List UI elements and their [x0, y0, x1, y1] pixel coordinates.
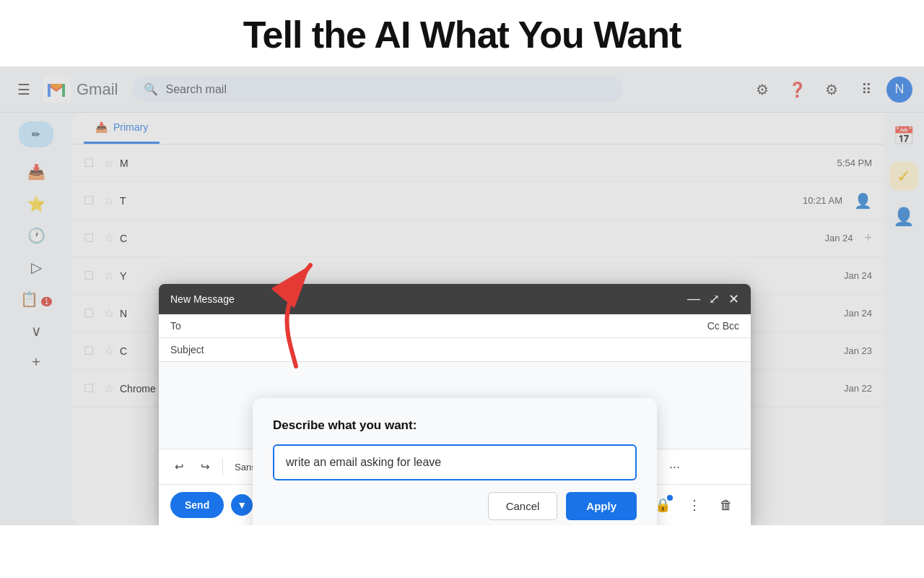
expand-icon[interactable]: ⤢: [709, 291, 720, 307]
star-icon[interactable]: ☆: [104, 381, 114, 395]
compose-button[interactable]: ✏: [19, 121, 53, 147]
checkbox-icon[interactable]: ☐: [84, 231, 98, 245]
star-icon[interactable]: ☆: [104, 344, 114, 358]
email-row[interactable]: ☐ ☆ T 10:21 AM 👤: [72, 182, 884, 220]
email-sender: C: [120, 233, 221, 244]
filters-icon[interactable]: ⚙: [748, 75, 777, 104]
gmail-logo-svg: [43, 77, 69, 103]
calendar-icon[interactable]: 📅: [889, 121, 918, 150]
email-time: Jan 24: [824, 233, 853, 243]
topbar-right: ⚙ ❓ ⚙ ⠿ N: [748, 75, 912, 104]
redo-button[interactable]: ↪: [193, 455, 217, 478]
delete-icon[interactable]: 🗑: [713, 492, 739, 518]
checkbox-icon[interactable]: ☐: [84, 381, 98, 395]
to-input[interactable]: [216, 320, 702, 332]
dialog-header: New Message — ⤢ ✕: [159, 284, 751, 314]
help-icon[interactable]: ❓: [783, 75, 811, 104]
email-row[interactable]: ☐ ☆ C Jan 24 +: [72, 220, 884, 257]
page-title: Tell the AI What You Want: [0, 13, 924, 56]
email-sender: Y: [120, 270, 221, 282]
dialog-header-icons: — ⤢ ✕: [687, 291, 739, 307]
more-formatting-button[interactable]: ⋯: [663, 455, 687, 478]
star-icon[interactable]: ☆: [104, 156, 114, 170]
cc-bcc-label[interactable]: Cc Bcc: [707, 320, 739, 332]
tab-primary-icon: 📥: [95, 121, 108, 133]
star-icon[interactable]: ☆: [104, 269, 114, 282]
sidebar-starred[interactable]: ⭐: [7, 191, 65, 217]
toolbar-separator: [222, 458, 223, 475]
settings-icon[interactable]: ⚙: [817, 75, 846, 104]
ai-describe-input[interactable]: [273, 444, 637, 480]
send-dropdown-button[interactable]: ▼: [231, 494, 253, 516]
star-icon: ⭐: [27, 195, 45, 212]
gmail-topbar: ☰ Gmail: [0, 66, 924, 113]
dialog-body: Describe what you want: Cancel Apply: [159, 362, 751, 449]
sidebar-more[interactable]: ∨: [7, 318, 65, 344]
email-sender: M: [120, 158, 221, 169]
email-time: 5:54 PM: [837, 158, 872, 168]
send-button[interactable]: Send: [170, 492, 224, 518]
cancel-button[interactable]: Cancel: [488, 492, 558, 520]
email-time: Jan 24: [844, 308, 872, 319]
compose-icon: ✏: [32, 129, 40, 140]
dialog-title: New Message: [170, 293, 235, 305]
to-label: To: [170, 320, 210, 332]
email-sender: T: [120, 195, 221, 207]
contact-icon: 👤: [854, 192, 872, 210]
checkbox-icon[interactable]: ☐: [84, 156, 98, 170]
ai-dialog: Describe what you want: Cancel Apply: [253, 398, 657, 525]
apply-button[interactable]: Apply: [566, 492, 637, 520]
email-time: Jan 24: [844, 270, 872, 281]
checkbox-icon[interactable]: ☐: [84, 344, 98, 358]
subject-input[interactable]: [216, 344, 739, 355]
gmail-sidebar: ✏ 📥 ⭐ 🕐 ▷ 📋1 ∨ +: [0, 113, 72, 525]
checkbox-icon[interactable]: ☐: [84, 269, 98, 282]
svg-rect-3: [62, 84, 65, 97]
plus-icon: +: [32, 354, 40, 371]
email-time: Jan 22: [844, 383, 872, 394]
sidebar-new-label[interactable]: +: [7, 350, 65, 375]
clock-icon: 🕐: [27, 227, 45, 244]
sidebar-sent[interactable]: ▷: [7, 254, 65, 280]
ai-dialog-title: Describe what you want:: [273, 418, 637, 433]
minimize-icon[interactable]: —: [687, 291, 700, 307]
email-time: 10:21 AM: [803, 195, 842, 206]
page-title-area: Tell the AI What You Want: [0, 0, 924, 66]
checkbox-icon[interactable]: ☐: [84, 306, 98, 320]
star-icon[interactable]: ☆: [104, 194, 114, 207]
menu-icon[interactable]: ☰: [12, 75, 36, 104]
email-row[interactable]: ☐ ☆ M 5:54 PM: [72, 144, 884, 182]
sidebar-drafts[interactable]: 📋1: [7, 286, 65, 312]
contacts-icon[interactable]: 👤: [889, 202, 918, 231]
avatar[interactable]: N: [886, 77, 912, 103]
subject-label: Subject: [170, 344, 210, 355]
close-icon[interactable]: ✕: [728, 291, 739, 307]
svg-rect-4: [48, 84, 51, 97]
gmail-text: Gmail: [77, 80, 118, 99]
star-icon[interactable]: ☆: [104, 306, 114, 320]
checkbox-icon[interactable]: ☐: [84, 194, 98, 207]
more-options-icon[interactable]: ⋮: [681, 492, 707, 518]
gmail-logo: Gmail: [45, 77, 118, 103]
tab-primary-label: Primary: [113, 121, 148, 133]
new-message-dialog: New Message — ⤢ ✕ To Cc Bcc Subject Desc…: [159, 284, 751, 525]
chevron-down-icon: ∨: [31, 322, 42, 340]
gmail-right-sidebar: 📅 ✓ 👤: [884, 113, 924, 525]
send-icon: ▷: [31, 259, 42, 276]
to-field: To Cc Bcc: [159, 314, 751, 338]
star-icon[interactable]: ☆: [104, 231, 114, 245]
undo-button[interactable]: ↩: [167, 455, 191, 478]
ai-dialog-buttons: Cancel Apply: [273, 492, 637, 520]
apps-icon[interactable]: ⠿: [852, 75, 881, 104]
inbox-icon: 📥: [27, 163, 45, 181]
sidebar-snoozed[interactable]: 🕐: [7, 223, 65, 249]
email-time: Jan 23: [844, 345, 872, 356]
tasks-icon[interactable]: ✓: [889, 162, 918, 191]
subject-field: Subject: [159, 338, 751, 362]
drafts-icon: 📋1: [20, 290, 53, 308]
sidebar-inbox[interactable]: 📥: [7, 159, 65, 185]
gmail-search-bar[interactable]: 🔍 Search mail: [132, 77, 623, 102]
tab-primary[interactable]: 📥 Primary: [84, 113, 160, 144]
add-icon: +: [864, 230, 872, 246]
search-text: Search mail: [165, 83, 226, 96]
